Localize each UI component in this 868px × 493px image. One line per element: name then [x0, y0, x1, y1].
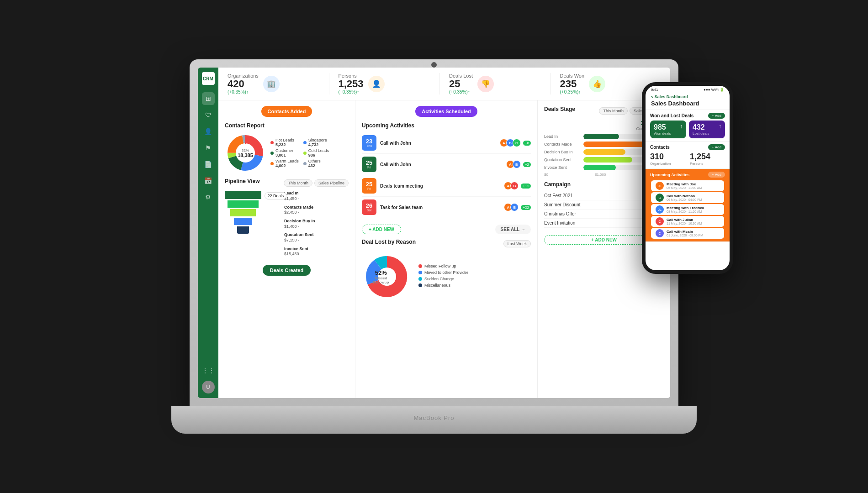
pipeline-header: Pipeline View This Month Sales Pipeline — [225, 178, 349, 188]
persons-icon: 👤 — [368, 76, 385, 92]
phone-org-stat: 310 Organization — [650, 152, 685, 166]
pie-row: 52% MissedFollowup Missed Follow up — [362, 252, 531, 302]
activity-date-2: 25 Fri — [362, 157, 376, 172]
sidebar-item-calendar[interactable]: 📅 — [202, 174, 215, 187]
donut-legend: Hot Leads5,232 Singapore4,732 Customer3,… — [270, 138, 331, 168]
stage-fill-decision — [583, 149, 625, 155]
sidebar: CRM ⊞ 🛡 👤 ⚑ 📄 📅 ⚙ ⋮⋮ U — [198, 68, 218, 398]
phone-activity-5: C Call with Mcain 01 June, 2020 · 08:00 … — [651, 228, 724, 239]
phone-act-info-3: Meeting with Fredrick 08 May, 2020 · 11:… — [667, 206, 720, 213]
organizations-icon: 🏢 — [263, 76, 280, 92]
activities-scheduled-badge: Activities Scheduled — [415, 106, 477, 117]
phone-body: 9:41 ●●● WiFi 🔋 < Sales Dashboard Sales … — [642, 82, 733, 274]
phone-activity-1: JL Meeting with Joe 05 May, 2020 · 11:00… — [651, 180, 724, 191]
funnel-deals-badge: 22 Deals — [265, 192, 286, 199]
stage-label-leadin: Lead In — [544, 134, 581, 139]
pie-label-misc: Miscellaneous — [424, 283, 450, 288]
phone-act-avatar-2: C — [656, 194, 664, 202]
phone-won-lost-section: Won and Lost Deals + Add ↑ 985 — [646, 110, 730, 142]
sidebar-item-person[interactable]: 👤 — [202, 125, 215, 138]
campaign-name-4: Event Invitation — [544, 220, 575, 226]
donut-chart: 32% 18,385 — [225, 132, 266, 173]
activity-avatars-4: A B +22 — [506, 203, 531, 211]
stage-label-invoice: Invoice Sent — [544, 165, 581, 170]
see-all-button[interactable]: SEE ALL → — [495, 225, 531, 234]
phone-act-info-4: Call with Julian 11 May, 2020 · 10:30 AM — [667, 218, 720, 225]
stage-track-decision — [583, 149, 648, 155]
activity-name-2: Call with John — [380, 162, 504, 167]
phone-add-activities-button[interactable]: + Add — [708, 172, 725, 178]
legend-customer-label: Customer3,001 — [275, 148, 293, 157]
pipeline-filter-pipeline[interactable]: Sales Pipeline — [314, 179, 349, 187]
sidebar-item-grid[interactable]: ⋮⋮ — [202, 364, 215, 377]
donut-percent: 32% — [238, 148, 253, 152]
phone-org-count: 310 — [650, 152, 685, 162]
pie-legend: Missed Follow up Moved to other Provider — [418, 264, 531, 289]
stat-deals-lost: Deals Lost 25 (+0.35%)↑ 👎 — [449, 73, 551, 94]
user-avatar[interactable]: U — [202, 381, 215, 393]
sidebar-item-doc[interactable]: 📄 — [202, 158, 215, 171]
stat-persons-value: 1,253 — [339, 79, 364, 89]
phone-back-button[interactable]: < Sales Dashboard — [651, 94, 724, 99]
phone-add-deals-button[interactable]: + Add — [708, 113, 725, 119]
laptop-base — [171, 406, 697, 434]
phone-time: 9:41 — [651, 88, 658, 92]
phone-activity-4: C Call with Julian 11 May, 2020 · 10:30 … — [651, 216, 724, 227]
deals-lost-icon: 👎 — [477, 76, 494, 92]
pie-legend-moved: Moved to other Provider — [418, 270, 531, 275]
deals-stage-filter-month[interactable]: This Month — [599, 107, 628, 115]
legend-dot-warm — [270, 162, 274, 165]
stat-organizations-change: (+0.35%)↑ — [228, 89, 259, 94]
activity-name-3: Deals team meeting — [380, 184, 502, 189]
phone-act-date-2: 06 May, 2020 · 04:00 PM — [667, 198, 720, 201]
contact-report-title: Contact Report — [225, 122, 349, 129]
activity-name-1: Call with John — [380, 141, 498, 146]
phone-act-name-1: Meeting with Joe — [667, 182, 720, 186]
deals-stage-title: Deals Stage — [544, 106, 575, 112]
donut-total: 18,385 — [238, 152, 253, 158]
activity-item-3: 25 Fri Deals team meeting A B — [362, 175, 531, 197]
phone-signal: ●●● WiFi 🔋 — [704, 88, 724, 92]
stat-deals-won-value: 235 — [560, 79, 585, 89]
phone-title: Sales Dashboard — [651, 100, 724, 107]
stage-label-contacts: Contacts Made — [544, 142, 581, 147]
sidebar-item-shield[interactable]: 🛡 — [202, 109, 215, 121]
pie-percent: 52% — [373, 269, 389, 276]
phone-act-avatar-5: C — [656, 229, 664, 237]
phone-persons-stat: 1,254 Persons — [690, 152, 725, 166]
phone-status-bar: 9:41 ●●● WiFi 🔋 — [646, 86, 730, 93]
pie-label-moved: Moved to other Provider — [424, 270, 468, 275]
pipeline-filter-month[interactable]: This Month — [284, 179, 312, 187]
sidebar-item-dashboard[interactable]: ⊞ — [202, 92, 215, 105]
activity-item-1: 23 Thu Call with John A B — [362, 132, 531, 154]
stage-fill-leadin — [583, 134, 619, 139]
axis-1000: $1,000 — [595, 173, 606, 177]
sidebar-item-settings[interactable]: ⚙ — [202, 191, 215, 204]
activity-info-2: Call with John — [380, 162, 504, 167]
phone-act-date-3: 08 May, 2020 · 11:20 AM — [667, 210, 720, 213]
laptop-body: CRM ⊞ 🛡 👤 ⚑ 📄 📅 ⚙ ⋮⋮ U — [190, 59, 678, 406]
funnel-label-quotation: Quotation Sent$7,150 · — [284, 232, 349, 243]
phone-org-label: Organization — [650, 162, 685, 166]
webcam — [431, 62, 437, 68]
stat-organizations: Organizations 420 (+0.35%)↑ 🏢 — [228, 73, 329, 94]
activity-info-1: Call with John — [380, 141, 498, 146]
stat-deals-won-change: (+0.35%)↑ — [560, 89, 585, 94]
activity-item-2: 25 Fri Call with John A B — [362, 154, 531, 175]
phone-activities-title: Upcoming Activities — [650, 173, 689, 177]
activity-info-4: Task for Sales team — [380, 205, 502, 210]
legend-cold-label: Cold Leads986 — [308, 148, 329, 157]
main-content: Organizations 420 (+0.35%)↑ 🏢 Persons 1,… — [218, 68, 670, 398]
stage-fill-contacts — [583, 142, 648, 147]
laptop: CRM ⊞ 🛡 👤 ⚑ 📄 📅 ⚙ ⋮⋮ U — [190, 59, 678, 434]
sidebar-item-flag[interactable]: ⚑ — [202, 142, 215, 154]
phone-add-label: Add — [715, 114, 721, 118]
lost-icon: ↑ — [719, 123, 721, 130]
funnel-label-leadin: Lead In$1,450 · — [284, 191, 349, 201]
funnel-label-decision: Decision Buy In$1,400 · — [284, 219, 349, 229]
legend-others: Others432 — [303, 159, 332, 168]
phone-add-contacts-button[interactable]: + Add — [708, 144, 725, 150]
deals-lost-filter[interactable]: Last Week — [503, 240, 531, 247]
phone-activities-header: Upcoming Activities + Add — [648, 171, 727, 178]
add-new-activity-button[interactable]: + ADD NEW — [362, 225, 401, 234]
